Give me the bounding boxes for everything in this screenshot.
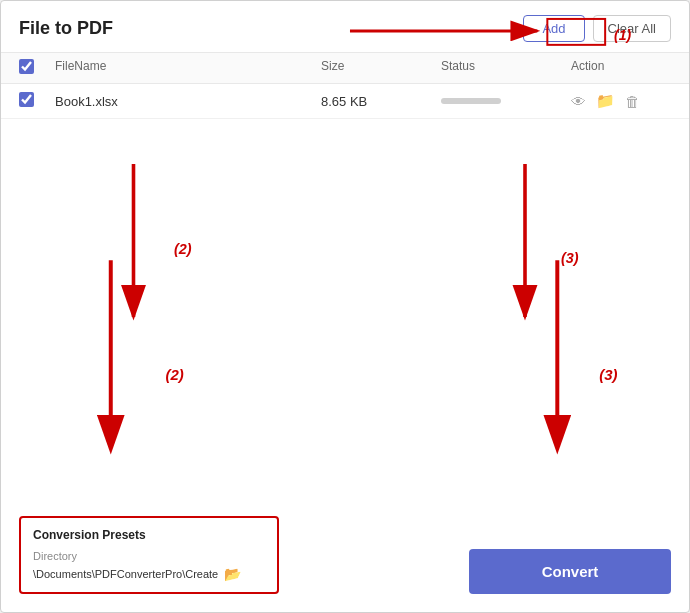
clear-all-button[interactable]: Clear All: [593, 15, 671, 42]
col-action: Action: [571, 59, 671, 77]
add-button[interactable]: Add: [523, 15, 584, 42]
select-all-checkbox[interactable]: [19, 59, 34, 74]
convert-button[interactable]: Convert: [469, 549, 671, 594]
row-size: 8.65 KB: [321, 94, 441, 109]
svg-text:(3): (3): [561, 250, 579, 266]
main-window: File to PDF Add Clear All FileName Size …: [0, 0, 690, 613]
row-checkbox-cell: [19, 92, 55, 110]
page-title: File to PDF: [19, 18, 113, 39]
presets-path-row: \Documents\PDFConverterPro\Create 📂: [33, 566, 265, 582]
view-icon[interactable]: 👁: [571, 93, 586, 110]
bottom-section: Conversion Presets Directory \Documents\…: [1, 506, 689, 612]
presets-title: Conversion Presets: [33, 528, 265, 542]
status-bar: [441, 98, 501, 104]
conversion-presets-panel: Conversion Presets Directory \Documents\…: [19, 516, 279, 594]
table-row: Book1.xlsx 8.65 KB 👁 📁 🗑: [1, 84, 689, 119]
content-area: (2) (3): [1, 119, 689, 506]
row-actions: 👁 📁 🗑: [571, 92, 671, 110]
col-size: Size: [321, 59, 441, 77]
action-icons: 👁 📁 🗑: [571, 92, 671, 110]
header: File to PDF Add Clear All: [1, 1, 689, 53]
presets-path-text: \Documents\PDFConverterPro\Create: [33, 568, 218, 580]
col-checkbox: [19, 59, 55, 77]
row-status: [441, 98, 571, 104]
svg-text:(2): (2): [174, 241, 192, 257]
col-filename: FileName: [55, 59, 321, 77]
row-checkbox[interactable]: [19, 92, 34, 107]
col-status: Status: [441, 59, 571, 77]
header-buttons: Add Clear All: [523, 15, 671, 42]
folder-icon[interactable]: 📁: [596, 92, 615, 110]
table-header: FileName Size Status Action: [1, 53, 689, 84]
row-filename: Book1.xlsx: [55, 94, 321, 109]
delete-icon[interactable]: 🗑: [625, 93, 640, 110]
presets-directory-label: Directory: [33, 550, 265, 562]
browse-folder-icon[interactable]: 📂: [224, 566, 241, 582]
annotations-overlay: (2) (3): [1, 119, 689, 506]
